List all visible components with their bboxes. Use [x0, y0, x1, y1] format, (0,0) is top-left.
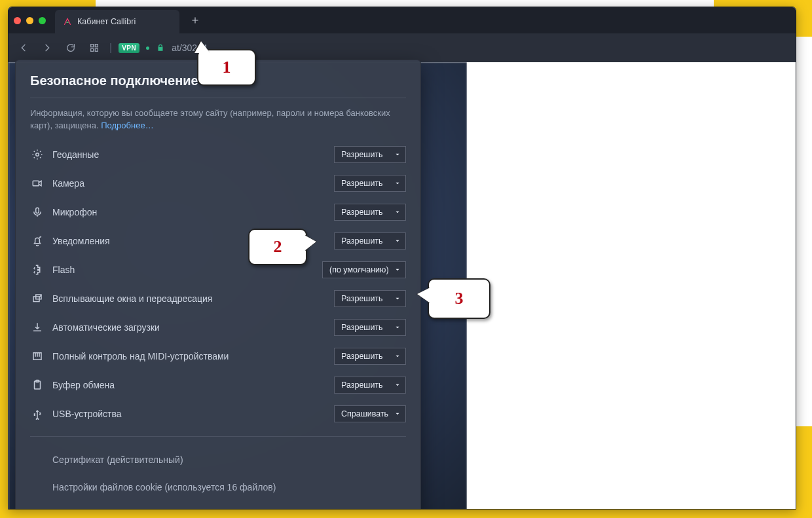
permission-row: Flash(по умолчанию): [30, 257, 406, 283]
tab-active[interactable]: Кабинет Callibri: [55, 10, 179, 33]
permission-value: Разрешить: [341, 208, 383, 217]
svg-point-13: [33, 483, 41, 491]
permission-value: Разрешить: [341, 150, 383, 159]
tab-favicon-icon: [63, 17, 72, 26]
svg-rect-1: [95, 45, 98, 47]
chevron-left-icon: [18, 43, 29, 53]
window-controls: [14, 17, 46, 24]
annotation-callout-3: 3: [428, 278, 490, 319]
svg-rect-6: [36, 208, 39, 213]
toolbar: | VPN at/30214: [9, 33, 796, 62]
window-zoom-button[interactable]: [39, 17, 46, 24]
flash-icon: [30, 264, 45, 276]
permission-label: Буфер обмена: [52, 380, 334, 390]
caret-down-icon: [394, 180, 401, 187]
cert-icon: [30, 454, 45, 466]
permission-label: Геоданные: [52, 149, 334, 160]
permission-label: Автоматические загрузки: [52, 322, 334, 333]
popover-learn-more-link[interactable]: Подробнее…: [101, 120, 153, 130]
loc-icon: [30, 149, 45, 160]
new-tab-button[interactable]: [186, 11, 204, 29]
svg-point-16: [37, 488, 38, 489]
permission-select[interactable]: Разрешить: [334, 319, 406, 336]
permission-value: Разрешить: [341, 179, 383, 188]
clip-icon: [30, 379, 45, 391]
tab-strip: Кабинет Callibri: [9, 7, 796, 33]
window-close-button[interactable]: [14, 17, 21, 24]
bell-icon: [30, 235, 45, 247]
svg-point-15: [38, 485, 39, 487]
permissions-list: ГеоданныеРазрешитьКамераРазрешитьМикрофо…: [30, 141, 406, 427]
tab-title: Кабинет Callibri: [77, 17, 136, 26]
svg-rect-3: [95, 48, 98, 51]
permission-row: МикрофонРазрешить: [30, 199, 406, 225]
permission-select[interactable]: Разрешить: [334, 348, 406, 365]
permission-select[interactable]: Разрешить: [334, 232, 406, 250]
permission-row: УведомленияРазрешить: [30, 228, 406, 254]
vpn-status-dot-icon: [146, 46, 149, 50]
site-lock-button[interactable]: [156, 43, 165, 52]
caret-down-icon: [394, 353, 401, 360]
permission-select[interactable]: Разрешить: [334, 377, 406, 394]
permission-select[interactable]: Спрашивать: [334, 405, 406, 422]
divider: [30, 98, 406, 98]
permission-value: Разрешить: [341, 380, 383, 390]
svg-point-12: [35, 456, 40, 461]
permission-value: (по умолчанию): [329, 265, 389, 274]
window-minimize-button[interactable]: [26, 17, 33, 24]
permission-select[interactable]: Разрешить: [334, 204, 406, 221]
permission-value: Разрешить: [341, 352, 383, 361]
permission-row: Всплывающие окна и переадресацияРазрешит…: [30, 286, 406, 312]
svg-rect-0: [91, 45, 94, 47]
apps-button[interactable]: [86, 39, 103, 56]
popover-footer-item[interactable]: Сертификат (действительный): [30, 446, 406, 473]
popover-footer-label: Сертификат (действительный): [52, 454, 183, 465]
permission-label: Камера: [52, 178, 334, 189]
dl-icon: [30, 322, 45, 333]
divider: [30, 436, 406, 437]
permission-value: Разрешить: [341, 294, 383, 303]
cookie-icon: [30, 481, 45, 493]
permission-value: Разрешить: [341, 236, 383, 246]
popover-info-text: Информация, которую вы сообщаете этому с…: [30, 107, 406, 132]
permission-label: Микрофон: [52, 207, 334, 217]
reload-button[interactable]: [62, 39, 79, 56]
apps-grid-icon: [89, 43, 100, 53]
permission-select[interactable]: Разрешить: [334, 290, 406, 307]
reload-icon: [65, 43, 76, 53]
permission-value: Разрешить: [341, 323, 383, 332]
vpn-badge[interactable]: VPN: [119, 43, 139, 53]
caret-down-icon: [394, 295, 401, 302]
caret-down-icon: [394, 382, 401, 388]
caret-down-icon: [394, 151, 401, 158]
permission-label: Всплывающие окна и переадресация: [52, 293, 334, 304]
permission-label: USB-устройства: [52, 409, 334, 419]
caret-down-icon: [394, 324, 401, 331]
annotation-callout-1: 1: [197, 49, 256, 86]
caret-down-icon: [394, 209, 401, 215]
popover-footer-label: Настройки файлов cookie (используется 16…: [52, 482, 276, 492]
usb-icon: [30, 408, 45, 420]
caret-down-icon: [394, 238, 401, 244]
svg-point-4: [36, 153, 39, 156]
chevron-right-icon: [42, 43, 52, 53]
popover-footer-item[interactable]: Настройки сайтов: [30, 501, 406, 509]
page-background-right: [467, 62, 796, 509]
nav-forward-button[interactable]: [39, 39, 56, 56]
permission-select[interactable]: (по умолчанию): [322, 261, 406, 278]
permission-select[interactable]: Разрешить: [334, 146, 406, 163]
nav-back-button[interactable]: [15, 39, 32, 56]
permission-row: USB-устройстваСпрашивать: [30, 401, 406, 427]
permission-row: Полный контроль над MIDI-устройствамиРаз…: [30, 343, 406, 369]
permission-row: КамераРазрешить: [30, 170, 406, 196]
decor-yellow-bottom: [0, 509, 812, 518]
caret-down-icon: [394, 411, 401, 417]
svg-rect-2: [91, 48, 94, 51]
permission-label: Полный контроль над MIDI-устройствами: [52, 351, 334, 361]
permission-select[interactable]: Разрешить: [334, 175, 406, 192]
popover-footer-item[interactable]: Настройки файлов cookie (используется 16…: [30, 473, 406, 501]
permission-row: Автоматические загрузкиРазрешить: [30, 314, 406, 341]
browser-window: Кабинет Callibri | VPN: [8, 7, 796, 509]
permission-row: Буфер обменаРазрешить: [30, 372, 406, 398]
popup-icon: [30, 293, 45, 305]
